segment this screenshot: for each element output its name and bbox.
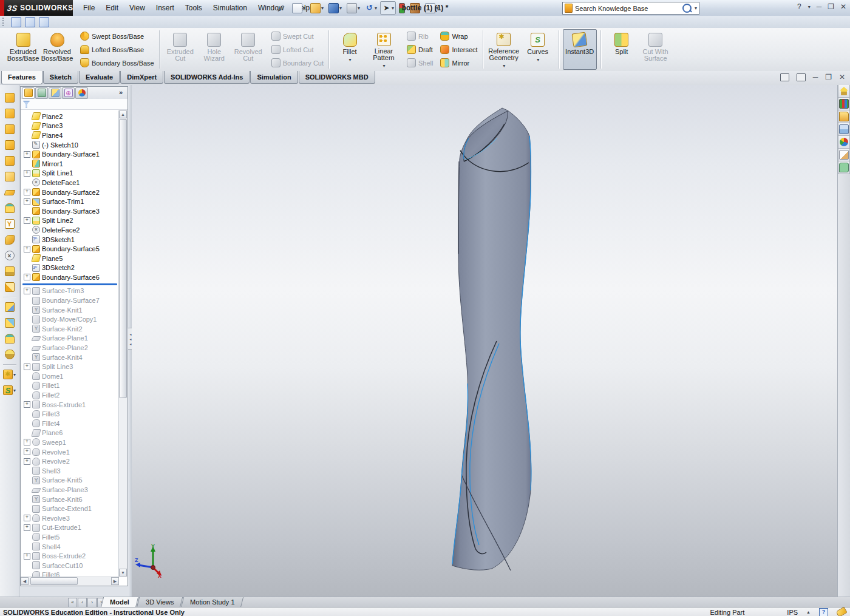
- tree-item[interactable]: 3DSketch2: [21, 263, 119, 273]
- surfaces-toolbar-button[interactable]: [1, 169, 19, 184]
- tree-item[interactable]: Split Line1: [21, 169, 119, 178]
- tree-item[interactable]: Surface-Knit6: [21, 495, 119, 504]
- ribbon-button[interactable]: Split: [605, 29, 639, 70]
- command-tab[interactable]: Features: [1, 71, 42, 84]
- menu-item[interactable]: File: [78, 0, 100, 16]
- bottom-tab[interactable]: 3D Views: [137, 597, 183, 608]
- panel-tab[interactable]: [22, 87, 35, 99]
- tree-item[interactable]: Fillet3: [21, 409, 119, 419]
- quick-access-button[interactable]: ▾: [327, 1, 344, 15]
- tree-item[interactable]: Surface-Knit1: [21, 305, 119, 315]
- quick-access-button[interactable]: ↺▾: [363, 1, 379, 15]
- tag-icon[interactable]: [835, 607, 847, 616]
- tree-item[interactable]: Revolve1: [21, 447, 119, 457]
- surfaces-toolbar-button[interactable]: [1, 216, 19, 232]
- filter-funnel-icon[interactable]: [23, 101, 30, 107]
- units-text[interactable]: IPS: [787, 609, 798, 616]
- task-pane-button[interactable]: [838, 123, 850, 136]
- ribbon-button[interactable]: Intersect: [438, 43, 480, 56]
- surfaces-toolbar-button[interactable]: [1, 200, 19, 216]
- panel-check-icon[interactable]: [11, 17, 21, 27]
- tree-item[interactable]: Split Line3: [21, 362, 119, 371]
- task-pane-button[interactable]: [838, 85, 850, 98]
- menu-item[interactable]: Insert: [151, 0, 180, 16]
- menu-item[interactable]: Edit: [100, 0, 124, 16]
- tree-item[interactable]: Surface-Trim1: [21, 197, 119, 206]
- tree-item[interactable]: Fillet4: [21, 419, 119, 428]
- command-tab[interactable]: Sketch: [43, 71, 78, 84]
- expand-toggle-icon[interactable]: [24, 553, 30, 560]
- help-button[interactable]: ?: [797, 2, 801, 11]
- search-icon[interactable]: [682, 4, 692, 13]
- surfaces-toolbar-button[interactable]: [1, 153, 19, 169]
- restore-button[interactable]: ❐: [828, 2, 834, 11]
- command-tab[interactable]: Evaluate: [79, 71, 120, 84]
- tree-item[interactable]: Split Line2: [21, 216, 119, 226]
- quick-access-button[interactable]: [397, 1, 407, 15]
- tree-item[interactable]: Shell3: [21, 466, 119, 476]
- task-pane-button[interactable]: [838, 149, 850, 161]
- tab-nav-button[interactable]: ‹: [78, 598, 87, 608]
- expand-toggle-icon[interactable]: [24, 170, 30, 177]
- task-pane-button[interactable]: [838, 110, 850, 123]
- tree-vertical-scrollbar[interactable]: ▲ ▼: [118, 110, 127, 577]
- surfaces-toolbar-button[interactable]: [1, 90, 19, 106]
- ribbon-button[interactable]: Revolved Boss/Base: [40, 29, 74, 70]
- tree-item[interactable]: DeleteFace1: [21, 178, 119, 188]
- surfaces-toolbar-button[interactable]: [1, 121, 19, 137]
- tree-item[interactable]: Surface-Knit5: [21, 476, 119, 486]
- tree-item[interactable]: Mirror1: [21, 159, 119, 169]
- surfaces-toolbar-button[interactable]: [1, 347, 19, 362]
- expand-toggle-icon[interactable]: [24, 515, 30, 521]
- menu-item[interactable]: Simulation: [208, 0, 253, 16]
- tree-item[interactable]: Surface-Plane2: [21, 343, 119, 353]
- tree-item[interactable]: Fillet5: [21, 532, 119, 542]
- expand-toggle-icon[interactable]: [24, 189, 30, 195]
- surfaces-toolbar-button[interactable]: ▾: [1, 382, 19, 398]
- tree-item[interactable]: Boundary-Surface1: [21, 149, 119, 159]
- quick-access-button[interactable]: ▾: [308, 1, 325, 15]
- vertical-scroll-thumb[interactable]: [119, 119, 127, 398]
- bottom-tab[interactable]: Model: [101, 597, 138, 608]
- quick-access-button[interactable]: ➤▾: [380, 1, 396, 15]
- menu-item[interactable]: Tools: [180, 0, 208, 16]
- tree-item[interactable]: Revolve2: [21, 456, 119, 466]
- surfaces-toolbar-button[interactable]: [1, 184, 19, 200]
- expand-toggle-icon[interactable]: [24, 198, 30, 205]
- task-pane-button[interactable]: [838, 161, 850, 174]
- tree-item[interactable]: Surface-Knit2: [21, 324, 119, 334]
- ribbon-button[interactable]: Linear Pattern ▾: [367, 29, 401, 70]
- ribbon-button[interactable]: Instant3D: [563, 29, 597, 70]
- panel-tab[interactable]: [35, 87, 48, 99]
- scroll-up-icon[interactable]: ▲: [119, 110, 127, 118]
- surfaces-toolbar-button[interactable]: [1, 106, 19, 121]
- ribbon-button[interactable]: Lofted Boss/Base: [78, 43, 157, 56]
- quick-access-button[interactable]: [408, 1, 422, 15]
- tree-item[interactable]: Plane6: [21, 428, 119, 438]
- surfaces-toolbar-button[interactable]: [1, 315, 19, 331]
- ribbon-button[interactable]: Fillet ▾: [333, 29, 367, 70]
- expand-toggle-icon[interactable]: [24, 364, 30, 370]
- quick-access-button[interactable]: ▾: [345, 1, 362, 15]
- surfaces-toolbar-button[interactable]: [1, 299, 19, 315]
- tree-item[interactable]: Surface-Plane1: [21, 334, 119, 344]
- tree-item[interactable]: 3DSketch1: [21, 235, 119, 245]
- folder-check-icon[interactable]: [39, 17, 49, 27]
- surfaces-toolbar-button[interactable]: ▾: [1, 367, 19, 382]
- close-button[interactable]: ✕: [840, 2, 846, 11]
- expand-toggle-icon[interactable]: [24, 246, 30, 252]
- tree-item[interactable]: Fillet1: [21, 381, 119, 391]
- panel-expand-chevron[interactable]: »: [119, 89, 123, 96]
- surfaces-toolbar-button[interactable]: [1, 263, 19, 279]
- surfaces-toolbar-button[interactable]: [1, 137, 19, 153]
- history-icon[interactable]: [25, 17, 35, 27]
- tree-item[interactable]: Dome1: [21, 371, 119, 381]
- surfaces-toolbar-button[interactable]: [1, 279, 19, 295]
- tree-item[interactable]: Surface-Plane3: [21, 485, 119, 495]
- surfaces-toolbar-button[interactable]: [1, 331, 19, 347]
- expand-toggle-icon[interactable]: [24, 401, 30, 408]
- tree-item[interactable]: Boundary-Surface5: [21, 244, 119, 254]
- tree-item[interactable]: Plane3: [21, 121, 119, 131]
- surfaces-toolbar-button[interactable]: [1, 232, 19, 248]
- tree-item[interactable]: Fillet2: [21, 390, 119, 400]
